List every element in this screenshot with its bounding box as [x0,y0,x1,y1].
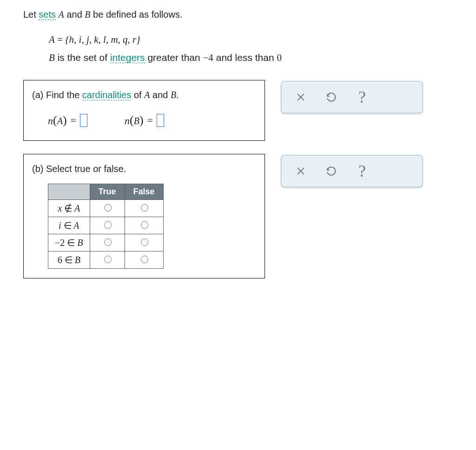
nA-input[interactable] [80,114,87,127]
help-button[interactable]: ? [355,90,369,104]
part-b-box: (b) Select true or false. True False x ∉… [23,154,265,278]
radio-false[interactable] [141,238,148,246]
table-row: x ∉∉ A [48,199,164,217]
nB-formula: n(B) = [125,113,164,127]
txt: of [131,90,144,100]
undo-icon [325,91,337,103]
txt: (a) Find the [32,90,82,100]
var-A: A [59,9,64,20]
fn-n: n [125,115,130,126]
txt: is the set of [55,52,110,63]
sets-term-link[interactable]: sets [39,9,56,20]
var-B: B [49,52,55,63]
txt: be defined as follows. [91,9,183,20]
num-zero: 0 [277,52,282,63]
txt: Let [23,9,39,20]
eq: = [147,114,153,126]
help-button[interactable]: ? [355,164,369,178]
part-a-controls: ? [281,81,423,113]
definitions-block: A = {h, i, j, k, l, m, q, r} B is the se… [49,31,457,67]
radio-false[interactable] [141,221,148,229]
def-B: B is the set of integers greater than −4… [49,49,457,67]
close-icon [295,92,306,103]
var-B: B [171,90,176,100]
header-false: False [125,184,163,199]
txt: and less than [213,52,277,63]
clear-button[interactable] [294,164,308,178]
txt: . [176,90,179,100]
clear-button[interactable] [294,90,308,104]
radio-true[interactable] [104,256,112,263]
cardinalities-term-link[interactable]: cardinalities [82,90,132,100]
var-A: A [49,34,55,45]
part-a-prompt: (a) Find the cardinalities of A and B. [32,90,256,100]
radio-true[interactable] [104,221,112,229]
stmt-cell: x ∉∉ A [48,199,90,217]
part-b-prompt: (b) Select true or false. [32,164,256,174]
var-A: A [144,90,150,100]
table-row: i ∈ A [48,217,164,234]
part-a-box: (a) Find the cardinalities of A and B. n… [23,80,265,141]
num-neg4: −4 [203,52,213,63]
integers-term-link[interactable]: integers [110,52,145,63]
table-row: 6 ∈ B [48,251,164,268]
txt: greater than [145,52,203,63]
nB-input[interactable] [157,114,164,127]
header-true: True [90,184,125,199]
undo-button[interactable] [324,90,338,104]
undo-button[interactable] [324,164,338,178]
stmt-cell: 6 ∈ B [48,251,90,268]
table-corner [48,184,90,199]
radio-false[interactable] [141,256,148,263]
txt: = [55,34,65,45]
intro-text: Let sets A and B be defined as follows. [23,9,457,20]
txt: and [150,90,170,100]
radio-false[interactable] [141,204,148,212]
eq: = [71,114,76,126]
radio-true[interactable] [104,238,112,246]
part-b-controls: ? [281,155,423,187]
stmt-cell: i ∈ A [48,217,90,234]
stmt-cell: −2 ∈ B [48,234,90,251]
var-B: B [85,9,90,20]
radio-true[interactable] [104,204,112,212]
def-A: A = {h, i, j, k, l, m, q, r} [49,31,457,49]
nA-formula: n(A) = [48,113,87,127]
fn-n: n [48,115,53,126]
table-row: −2 ∈ B [48,234,164,251]
txt: and [64,9,85,20]
true-false-table: True False x ∉∉ A i ∈ A −2 ∈ B [48,184,164,269]
set-A-elements: {h, i, j, k, l, m, q, r} [65,34,140,45]
close-icon [295,165,306,177]
undo-icon [325,165,337,177]
